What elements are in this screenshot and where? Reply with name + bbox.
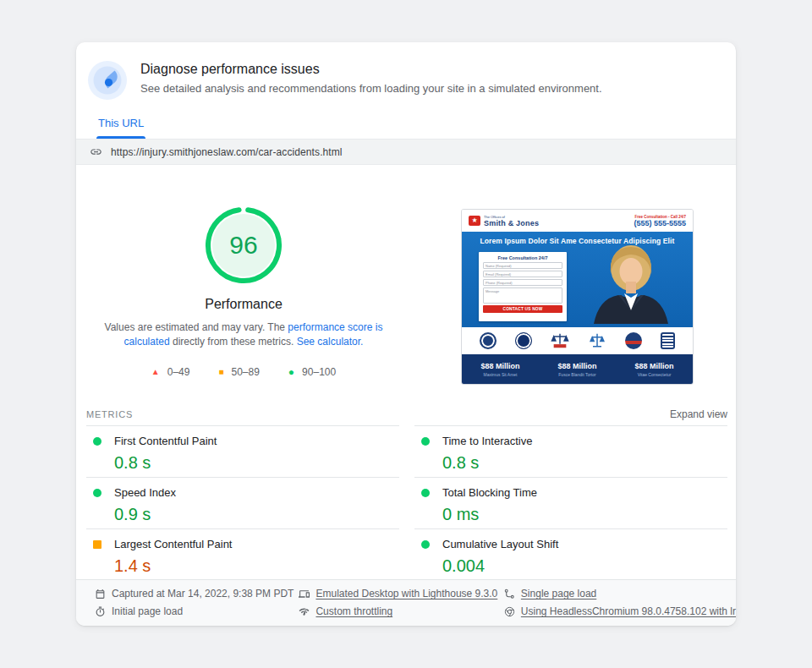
performance-label: Performance bbox=[86, 297, 401, 312]
fail-triangle-icon: ▲ bbox=[151, 368, 160, 376]
screenshot-lead-form: Free Consultation 24/7 Name (Required) E… bbox=[479, 252, 567, 321]
metric-name: Total Blocking Time bbox=[442, 486, 537, 499]
pass-circle-icon bbox=[93, 437, 102, 446]
metric-time-to-interactive: Time to Interactive 0.8 s bbox=[414, 425, 727, 477]
stopwatch-icon bbox=[95, 606, 106, 617]
browser-info-text[interactable]: Using HeadlessChromium 98.0.4758.102 wit… bbox=[521, 605, 736, 617]
average-square-icon bbox=[93, 540, 102, 549]
browser-info[interactable]: Using HeadlessChromium 98.0.4758.102 wit… bbox=[504, 605, 736, 617]
report-header: Diagnose performance issues See detailed… bbox=[76, 42, 736, 100]
speedometer-icon bbox=[88, 61, 127, 100]
scales-red-badge bbox=[551, 331, 569, 350]
analyzed-url: https://injury.smithjoneslaw.com/car-acc… bbox=[111, 146, 343, 158]
metric-name: Time to Interactive bbox=[442, 435, 532, 447]
screenshot-brand: ★ The Offices of Smith & Jones bbox=[469, 215, 539, 227]
legend-range: 90–100 bbox=[302, 366, 336, 378]
screenshot-hero: Lorem Ipsum Dolor Sit Ame Consectetur Ad… bbox=[462, 232, 693, 327]
report-content: 96 Performance Values are estimated and … bbox=[76, 165, 736, 586]
tab-bar: This URL bbox=[76, 113, 736, 140]
average-square-icon: ■ bbox=[218, 368, 223, 376]
stat-label: Fusce Blandit Tortor bbox=[539, 372, 616, 377]
metric-name: First Contentful Paint bbox=[114, 435, 217, 447]
chromium-icon bbox=[504, 606, 515, 617]
call-label: Free Consultation - Call 24/7 bbox=[634, 215, 686, 219]
phone-field: Phone (Required) bbox=[483, 279, 562, 286]
metric-value: 0.8 s bbox=[114, 453, 399, 473]
captured-at-text: Captured at Mar 14, 2022, 9:38 PM PDT bbox=[112, 588, 294, 600]
medal-badge bbox=[515, 332, 532, 349]
legend-item-pass: ● 90–100 bbox=[288, 366, 336, 378]
metric-largest-contentful-paint: Largest Contentful Paint 1.4 s bbox=[86, 528, 399, 580]
throttling[interactable]: Custom throttling bbox=[299, 605, 503, 617]
metric-name: Largest Contentful Paint bbox=[114, 538, 232, 550]
metric-name: Speed Index bbox=[114, 486, 176, 499]
tab-this-url[interactable]: This URL bbox=[96, 113, 145, 138]
see-calculator-link[interactable]: See calculator. bbox=[297, 336, 364, 348]
legend-item-average: ■ 50–89 bbox=[218, 366, 259, 378]
final-screenshot-thumbnail: ★ The Offices of Smith & Jones Free Cons… bbox=[461, 209, 694, 385]
tab-this-url-label: This URL bbox=[98, 117, 144, 129]
throttling-icon bbox=[299, 606, 310, 617]
form-title: Free Consultation 24/7 bbox=[483, 255, 562, 260]
report-card: Diagnose performance issues See detailed… bbox=[76, 42, 736, 626]
pass-circle-icon bbox=[421, 540, 430, 549]
phone-number: (555) 555-5555 bbox=[634, 219, 686, 227]
metric-cumulative-layout-shift: Cumulative Layout Shift 0.004 bbox=[414, 528, 727, 580]
metrics-grid: First Contentful Paint 0.8 s Speed Index… bbox=[86, 425, 727, 580]
message-field: Message bbox=[483, 287, 562, 304]
stat-value: $88 Million bbox=[539, 362, 616, 370]
stat-item: $88 Million Fusce Blandit Tortor bbox=[539, 362, 616, 377]
metric-value: 0.004 bbox=[442, 556, 727, 576]
page-subtitle: See detailed analysis and recommendation… bbox=[140, 82, 602, 95]
throttling-text[interactable]: Custom throttling bbox=[315, 605, 392, 617]
metric-value: 0.8 s bbox=[442, 453, 727, 473]
metric-speed-index: Speed Index 0.9 s bbox=[86, 477, 399, 528]
devices-icon bbox=[299, 589, 310, 600]
initial-page-load: Initial page load bbox=[95, 605, 299, 617]
page-title: Diagnose performance issues bbox=[140, 62, 602, 77]
emulated-device[interactable]: Emulated Desktop with Lighthouse 9.3.0 bbox=[299, 588, 503, 600]
tab-active-underline bbox=[96, 136, 145, 139]
performance-score: 96 bbox=[204, 205, 283, 285]
page-load-mode[interactable]: Single page load bbox=[504, 588, 736, 600]
runtime-settings-footer: Captured at Mar 14, 2022, 9:38 PM PDT In… bbox=[76, 579, 736, 626]
link-icon bbox=[90, 145, 102, 158]
scales-blue-badge bbox=[588, 331, 606, 350]
performance-description: Values are estimated and may vary. The p… bbox=[96, 320, 392, 349]
metric-first-contentful-paint: First Contentful Paint 0.8 s bbox=[86, 425, 399, 477]
brand-name: Smith & Jones bbox=[484, 219, 539, 227]
desc-text: directly from these metrics. bbox=[173, 336, 297, 348]
email-field: Email (Required) bbox=[483, 271, 562, 277]
legend-range: 0–49 bbox=[167, 366, 190, 378]
score-legend: ▲ 0–49 ■ 50–89 ● 90–100 bbox=[86, 366, 401, 378]
stat-item: $88 Million Maximus Sit Amet bbox=[462, 362, 539, 377]
stat-item: $88 Million Vitae Consectetur bbox=[616, 362, 693, 377]
flag-logo-icon: ★ bbox=[469, 216, 480, 226]
metric-value: 1.4 s bbox=[114, 556, 399, 576]
performance-gauge: 96 bbox=[204, 205, 283, 285]
url-bar: https://injury.smithjoneslaw.com/car-acc… bbox=[76, 140, 736, 165]
flow-icon bbox=[504, 589, 515, 600]
screenshot-badge-row bbox=[462, 327, 693, 354]
expand-view-button[interactable]: Expand view bbox=[670, 408, 727, 420]
seal-badge bbox=[480, 332, 497, 349]
attorney-photo bbox=[581, 239, 681, 327]
calendar-icon bbox=[95, 589, 106, 600]
stat-value: $88 Million bbox=[616, 362, 693, 370]
pass-circle-icon bbox=[421, 437, 430, 446]
page-load-mode-text[interactable]: Single page load bbox=[521, 588, 596, 600]
initial-page-load-text: Initial page load bbox=[112, 605, 183, 617]
metric-value: 0.9 s bbox=[114, 505, 399, 524]
desc-text: Values are estimated and may vary. The bbox=[105, 321, 288, 333]
name-field: Name (Required) bbox=[483, 262, 562, 269]
pass-circle-icon bbox=[93, 489, 102, 497]
certificate-badge bbox=[661, 332, 675, 349]
metric-name: Cumulative Layout Shift bbox=[442, 538, 558, 550]
contact-button: CONTACT US NOW bbox=[483, 305, 562, 313]
emulated-device-text[interactable]: Emulated Desktop with Lighthouse 9.3.0 bbox=[315, 588, 497, 600]
screenshot-site-header: ★ The Offices of Smith & Jones Free Cons… bbox=[462, 210, 693, 232]
band-badge bbox=[625, 332, 642, 349]
legend-range: 50–89 bbox=[231, 366, 259, 378]
metric-total-blocking-time: Total Blocking Time 0 ms bbox=[414, 477, 727, 528]
pass-circle-icon bbox=[421, 489, 430, 497]
